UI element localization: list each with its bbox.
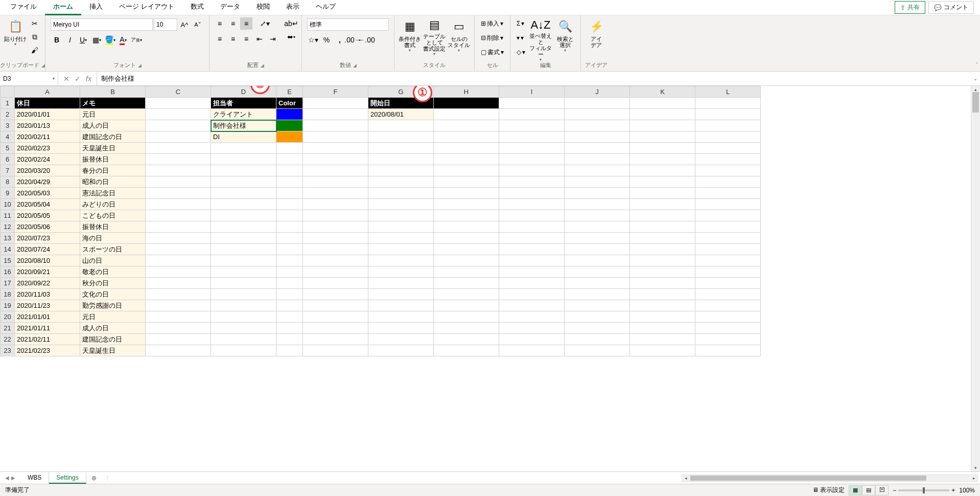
zoom-slider[interactable]: − + [893, 487, 955, 494]
cell-C6[interactable] [146, 154, 211, 165]
cell-F5[interactable] [303, 143, 368, 154]
menu-ファイル[interactable]: ファイル [2, 0, 45, 15]
cell-K15[interactable] [630, 255, 695, 266]
cell-K21[interactable] [630, 323, 695, 334]
cell-A5[interactable]: 2020/02/23 [15, 143, 80, 154]
cell-D11[interactable] [211, 210, 276, 221]
fill-button[interactable]: ▾ ▾ [515, 32, 527, 44]
cell-F14[interactable] [303, 244, 368, 255]
zoom-in-button[interactable]: + [951, 487, 955, 494]
cell-A11[interactable]: 2020/05/05 [15, 210, 80, 221]
delete-cells-button[interactable]: ⊟削除 ▾ [479, 32, 506, 44]
cell-B13[interactable]: 海の日 [80, 233, 146, 244]
conditional-format-button[interactable]: ▦ 条件付き 書式▾ [399, 17, 421, 56]
row-header-6[interactable]: 6 [1, 154, 15, 165]
vertical-scrollbar[interactable]: ▴ ▾ [971, 86, 980, 471]
cell-L4[interactable] [695, 131, 761, 143]
find-select-button[interactable]: 🔍 検索と 選択▾ [554, 17, 576, 56]
cell-styles-button[interactable]: ▭ セルの スタイル▾ [448, 17, 470, 56]
cell-K23[interactable] [630, 345, 695, 356]
formula-input[interactable] [97, 72, 971, 85]
dialog-launcher-icon[interactable]: ◢ [41, 63, 45, 68]
cell-F12[interactable] [303, 221, 368, 233]
cell-G18[interactable] [368, 289, 434, 300]
cell-H22[interactable] [434, 334, 499, 345]
cell-B18[interactable]: 文化の日 [80, 289, 146, 300]
cut-button[interactable]: ✂ [29, 17, 41, 30]
cell-I14[interactable] [499, 244, 565, 255]
cell-A6[interactable]: 2020/02/24 [15, 154, 80, 165]
cell-C22[interactable] [146, 334, 211, 345]
add-sheet-button[interactable]: ⊕ [86, 475, 102, 482]
column-header-B[interactable]: B [80, 86, 146, 98]
cell-E2[interactable] [276, 109, 303, 120]
cell-K7[interactable] [630, 165, 695, 176]
autosum-button[interactable]: Σ ▾ [515, 17, 527, 30]
cell-L2[interactable] [695, 109, 761, 120]
row-header-22[interactable]: 22 [1, 334, 15, 345]
cell-I20[interactable] [499, 311, 565, 323]
cell-L15[interactable] [695, 255, 761, 266]
row-header-10[interactable]: 10 [1, 199, 15, 210]
cell-I4[interactable] [499, 131, 565, 143]
cell-H8[interactable] [434, 176, 499, 188]
cell-F4[interactable] [303, 131, 368, 143]
align-left-button[interactable]: ≡ [214, 33, 226, 45]
cell-C9[interactable] [146, 188, 211, 199]
cell-B3[interactable]: 成人の日 [80, 120, 146, 131]
cell-L12[interactable] [695, 221, 761, 233]
cell-L5[interactable] [695, 143, 761, 154]
cell-G16[interactable] [368, 266, 434, 278]
cell-J11[interactable] [565, 210, 630, 221]
cell-A9[interactable]: 2020/05/03 [15, 188, 80, 199]
chevron-down-icon[interactable]: ▾ [53, 76, 55, 81]
cell-A18[interactable]: 2020/11/03 [15, 289, 80, 300]
paste-button[interactable]: 📋 貼り付け ▾ [4, 17, 27, 56]
cell-A15[interactable]: 2020/08/10 [15, 255, 80, 266]
cell-E10[interactable] [276, 199, 303, 210]
cell-F20[interactable] [303, 311, 368, 323]
cell-E21[interactable] [276, 323, 303, 334]
cell-G14[interactable] [368, 244, 434, 255]
cell-F3[interactable] [303, 120, 368, 131]
cell-C10[interactable] [146, 199, 211, 210]
cell-E23[interactable] [276, 345, 303, 356]
cell-D13[interactable] [211, 233, 276, 244]
menu-表示[interactable]: 表示 [278, 0, 308, 15]
fx-button[interactable]: fx [86, 75, 91, 83]
cell-G7[interactable] [368, 165, 434, 176]
cell-C5[interactable] [146, 143, 211, 154]
cell-C4[interactable] [146, 131, 211, 143]
cell-J7[interactable] [565, 165, 630, 176]
cell-A1[interactable]: 休日 [15, 98, 80, 109]
cell-D7[interactable] [211, 165, 276, 176]
cell-H19[interactable] [434, 300, 499, 311]
phonetic-button[interactable]: ア亜▾ [130, 34, 143, 46]
cell-J17[interactable] [565, 278, 630, 289]
zoom-level[interactable]: 100% [959, 487, 975, 494]
cell-D22[interactable] [211, 334, 276, 345]
cell-H21[interactable] [434, 323, 499, 334]
cell-K4[interactable] [630, 131, 695, 143]
cell-I8[interactable] [499, 176, 565, 188]
row-header-14[interactable]: 14 [1, 244, 15, 255]
cell-B6[interactable]: 振替休日 [80, 154, 146, 165]
cell-G17[interactable] [368, 278, 434, 289]
format-as-table-button[interactable]: ▤ テーブルとして 書式設定▾ [423, 17, 446, 56]
cell-L3[interactable] [695, 120, 761, 131]
cell-A16[interactable]: 2020/09/21 [15, 266, 80, 278]
view-page-break-button[interactable]: 凹 [875, 485, 889, 495]
cell-A13[interactable]: 2020/07/23 [15, 233, 80, 244]
percent-button[interactable]: % [320, 34, 333, 46]
cell-E9[interactable] [276, 188, 303, 199]
cell-L8[interactable] [695, 176, 761, 188]
cell-reference-input[interactable] [3, 75, 44, 82]
column-header-A[interactable]: A [15, 86, 80, 98]
cell-K12[interactable] [630, 221, 695, 233]
row-header-9[interactable]: 9 [1, 188, 15, 199]
cell-F1[interactable] [303, 98, 368, 109]
cell-J8[interactable] [565, 176, 630, 188]
cell-L11[interactable] [695, 210, 761, 221]
cell-A23[interactable]: 2021/02/23 [15, 345, 80, 356]
cell-F18[interactable] [303, 289, 368, 300]
